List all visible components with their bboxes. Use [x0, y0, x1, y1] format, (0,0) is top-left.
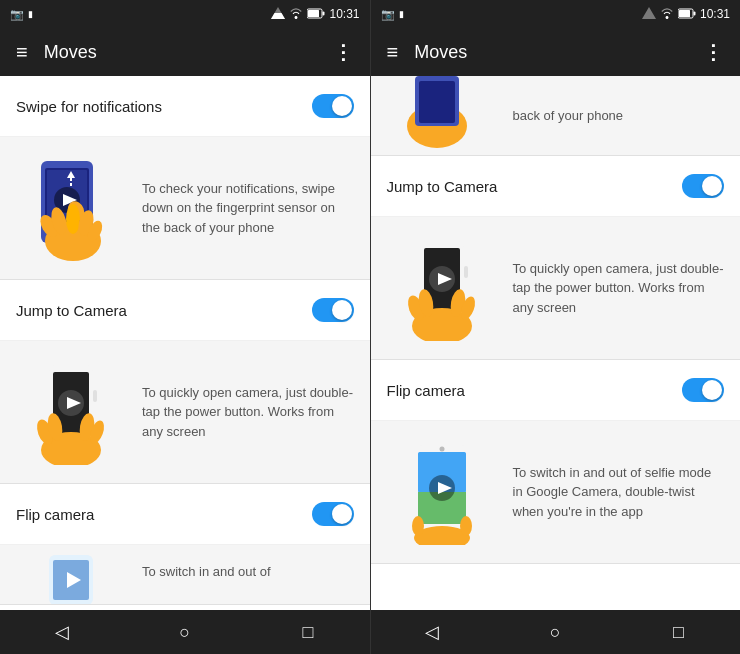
flip-label-2: Flip camera: [387, 382, 683, 399]
flip-illustration: [392, 440, 492, 545]
flip-toggle-2[interactable]: [682, 378, 724, 402]
status-bar-left-1: 📷 ▮: [10, 8, 33, 21]
home-button-1[interactable]: ○: [163, 610, 207, 654]
swipe-demo-image: [16, 153, 126, 263]
camera-notification-icon: 📷: [10, 8, 24, 21]
swipe-illustration: [21, 156, 121, 261]
partial-swipe-svg: [387, 76, 487, 156]
setting-row-flip-2: Flip camera: [371, 360, 741, 421]
toolbar-2: ≡ Moves ⋮: [371, 28, 741, 76]
signal-icon-2: [642, 7, 656, 21]
svg-point-55: [412, 516, 424, 536]
flip-demo-image-partial: [16, 555, 126, 605]
setting-row-camera-2: Jump to Camera: [371, 156, 741, 217]
svg-point-56: [460, 516, 472, 536]
camera-label: Jump to Camera: [16, 302, 312, 319]
camera-toggle[interactable]: [312, 298, 354, 322]
partial-swipe-image: [387, 76, 497, 156]
flip-demo-card-partial: To switch in and out of: [0, 545, 370, 605]
camera-demo-image: [16, 357, 126, 467]
nav-bar-2: ◁ ○ □: [371, 610, 741, 654]
flip-toggle[interactable]: [312, 502, 354, 526]
content-1: Swipe for notifications: [0, 76, 370, 610]
swipe-toggle[interactable]: [312, 94, 354, 118]
camera-illustration-2: [392, 236, 492, 341]
flip-partial-illustration: [21, 555, 121, 605]
svg-rect-37: [419, 81, 455, 123]
setting-row-flip: Flip camera: [0, 484, 370, 545]
flip-demo-card-2: To switch in and out of selfie mode in G…: [371, 421, 741, 564]
back-button-1[interactable]: ◁: [40, 610, 84, 654]
svg-point-14: [66, 204, 80, 234]
nav-bar-1: ◁ ○ □: [0, 610, 370, 654]
swipe-demo-card: To check your notifications, swipe down …: [0, 137, 370, 280]
setting-row-camera: Jump to Camera: [0, 280, 370, 341]
status-bar-right-2: 10:31: [642, 7, 730, 21]
svg-rect-34: [693, 11, 695, 15]
partial-swipe-card: back of your phone: [371, 76, 741, 156]
svg-rect-27: [93, 390, 97, 402]
menu-icon-2[interactable]: ≡: [387, 41, 399, 64]
back-button-2[interactable]: ◁: [410, 610, 454, 654]
camera-notification-icon-2: 📷: [381, 8, 395, 21]
notification-icon-2: ▮: [28, 9, 33, 19]
status-bar-1: 📷 ▮: [0, 0, 370, 28]
camera-demo-image-2: [387, 233, 497, 343]
camera-demo-text: To quickly open camera, just double-tap …: [142, 383, 354, 442]
panel-1: 📷 ▮: [0, 0, 370, 654]
svg-rect-33: [679, 10, 690, 17]
status-bar-right-1: 10:31: [271, 7, 359, 21]
signal-icon-1: [271, 7, 285, 21]
swipe-demo-text: To check your notifications, swipe down …: [142, 179, 354, 238]
flip-demo-text-2: To switch in and out of selfie mode in G…: [513, 463, 725, 522]
svg-rect-3: [308, 10, 319, 17]
partial-swipe-text: back of your phone: [513, 106, 725, 126]
flip-label: Flip camera: [16, 506, 312, 523]
recent-button-1[interactable]: □: [286, 610, 330, 654]
panel-2: 📷 ▮: [371, 0, 741, 654]
status-bar-left-2: 📷 ▮: [381, 8, 404, 21]
battery-icon-1: [307, 8, 325, 21]
toolbar-1: ≡ Moves ⋮: [0, 28, 370, 76]
svg-marker-31: [642, 7, 656, 19]
home-button-2[interactable]: ○: [533, 610, 577, 654]
camera-illustration: [21, 360, 121, 465]
svg-point-57: [439, 446, 444, 451]
svg-rect-47: [464, 266, 468, 278]
setting-row-swipe: Swipe for notifications: [0, 76, 370, 137]
battery-icon-2: [678, 8, 696, 21]
time-2: 10:31: [700, 7, 730, 21]
wifi-icon-1: [289, 7, 303, 21]
swipe-label: Swipe for notifications: [16, 98, 312, 115]
toolbar-title-2: Moves: [414, 42, 703, 63]
content-2: back of your phone Jump to Camera: [371, 76, 741, 610]
camera-demo-text-2: To quickly open camera, just double-tap …: [513, 259, 725, 318]
time-1: 10:31: [329, 7, 359, 21]
menu-icon-1[interactable]: ≡: [16, 41, 28, 64]
toolbar-title-1: Moves: [44, 42, 333, 63]
camera-label-2: Jump to Camera: [387, 178, 683, 195]
more-icon-1[interactable]: ⋮: [333, 40, 354, 64]
flip-demo-text-partial: To switch in and out of: [142, 562, 354, 582]
recent-button-2[interactable]: □: [656, 610, 700, 654]
flip-demo-image-2: [387, 437, 497, 547]
status-bar-2: 📷 ▮: [371, 0, 741, 28]
svg-rect-4: [323, 11, 325, 15]
more-icon-2[interactable]: ⋮: [703, 40, 724, 64]
camera-toggle-2[interactable]: [682, 174, 724, 198]
camera-demo-card: To quickly open camera, just double-tap …: [0, 341, 370, 484]
wifi-icon-2: [660, 7, 674, 21]
camera-demo-card-2: To quickly open camera, just double-tap …: [371, 217, 741, 360]
notification-icon-2b: ▮: [399, 9, 404, 19]
